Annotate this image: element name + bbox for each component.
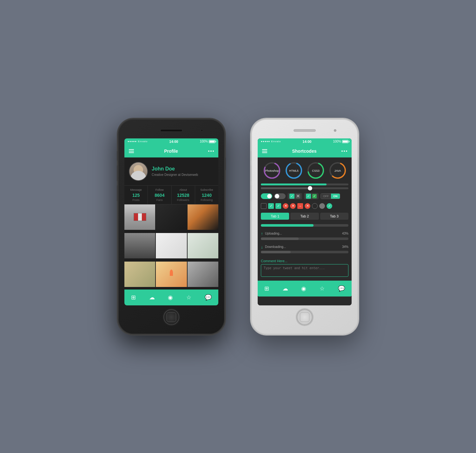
vol-down-button-right bbox=[250, 185, 251, 201]
checkbox-minus[interactable]: − bbox=[297, 203, 303, 209]
checkbox-x-circle-3[interactable]: ✕ bbox=[305, 203, 310, 209]
upload-label: Uploading... bbox=[265, 232, 282, 235]
radio-gray[interactable] bbox=[319, 203, 325, 209]
checkbox-checked-1[interactable]: ✓ bbox=[268, 203, 274, 209]
photo-cell-7[interactable] bbox=[124, 262, 155, 287]
profile-first-name: John bbox=[152, 166, 165, 171]
phone-black: ●●●●● Envato 14:00 100% Profile bbox=[117, 118, 225, 335]
nav-star-icon[interactable]: ☆ bbox=[186, 294, 191, 301]
speaker bbox=[160, 129, 182, 132]
stat-message[interactable]: Message 125 Posts bbox=[124, 186, 148, 204]
checkbox-empty[interactable] bbox=[261, 203, 267, 209]
stat-subscribe-sublabel: Following bbox=[201, 198, 213, 202]
photo-cell-1[interactable] bbox=[124, 204, 155, 230]
photo-cell-8[interactable] bbox=[156, 262, 187, 287]
checkbox-green-1[interactable]: ✓ bbox=[289, 194, 294, 199]
circles-row: Photoshop HTML5 bbox=[261, 161, 348, 180]
on-button[interactable]: ON bbox=[331, 194, 340, 199]
slider-green[interactable] bbox=[261, 183, 348, 185]
nav-bar-left: Profile bbox=[124, 145, 218, 157]
battery-icon-right bbox=[342, 140, 348, 143]
stat-subscribe[interactable]: Subscribe 1240 Following bbox=[195, 186, 218, 204]
photo-cell-2[interactable] bbox=[156, 204, 187, 230]
profile-last-name: Doe bbox=[165, 166, 175, 171]
photo-cell-3[interactable] bbox=[188, 204, 218, 230]
nav-star-icon-right[interactable]: ☆ bbox=[320, 285, 325, 292]
off-button[interactable]: OFF bbox=[321, 194, 331, 199]
radio-empty[interactable] bbox=[312, 203, 318, 209]
bottom-nav-left: ⊞ ☁ ◉ ☆ 💬 bbox=[124, 290, 218, 305]
nav-news-icon[interactable]: ⊞ bbox=[131, 294, 136, 301]
sliders-section bbox=[261, 183, 348, 189]
nav-chat-icon-right[interactable]: 💬 bbox=[338, 285, 345, 292]
nav-cloud-icon[interactable]: ☁ bbox=[149, 294, 155, 301]
stats-row: Message 125 Posts Follow 8604 Fans About… bbox=[124, 185, 218, 204]
nav-title-left: Profile bbox=[164, 149, 178, 154]
photo-cell-9[interactable] bbox=[188, 262, 218, 287]
power-button-right bbox=[358, 157, 359, 170]
profile-header: John Doe Creative Designer at Deviserweb bbox=[124, 157, 218, 185]
svg-text:JAVA: JAVA bbox=[334, 169, 341, 172]
java-circle-svg: JAVA bbox=[328, 161, 347, 180]
tab-3[interactable]: Tab 3 bbox=[320, 213, 348, 220]
progress-bar-green bbox=[261, 224, 348, 229]
checkbox-green-2[interactable]: ✓ bbox=[306, 194, 311, 199]
checkbox-group-1: ✓ ✕ bbox=[288, 193, 302, 199]
more-options-icon-right[interactable] bbox=[341, 150, 347, 152]
photo-cell-5[interactable] bbox=[156, 233, 187, 258]
checkbox-checked-2[interactable]: ✓ bbox=[275, 203, 281, 209]
checkbox-x-circle-1[interactable]: ✕ bbox=[283, 203, 288, 209]
nav-camera-icon[interactable]: ◉ bbox=[168, 294, 173, 301]
stat-about-label: About bbox=[179, 188, 187, 191]
tab-2[interactable]: Tab 2 bbox=[290, 213, 319, 220]
status-bar-left: ●●●●● Envato 14:00 100% bbox=[124, 138, 218, 145]
tab-1[interactable]: Tab 1 bbox=[261, 213, 289, 220]
photo-cell-6[interactable] bbox=[188, 233, 218, 258]
upload-label-left: ↑ Uploading... bbox=[261, 231, 282, 236]
nav-news-icon-right[interactable]: ⊞ bbox=[264, 285, 269, 292]
home-button-inner-right bbox=[300, 312, 309, 322]
toggle-off-1[interactable] bbox=[274, 193, 286, 199]
shortcodes-content: Photoshop HTML5 bbox=[258, 157, 352, 305]
checkbox-x-1[interactable]: ✕ bbox=[296, 194, 300, 198]
svg-text:HTML5: HTML5 bbox=[289, 169, 299, 172]
nav-camera-icon-right[interactable]: ◉ bbox=[301, 285, 306, 292]
on-off-toggle[interactable]: OFF ON bbox=[321, 193, 340, 199]
phone-white: ●●●●● Envato 14:00 100% Shortcodes bbox=[251, 118, 359, 335]
download-label-row: ↓ Downloading... 34% bbox=[261, 244, 348, 250]
comment-input[interactable] bbox=[261, 264, 348, 277]
profile-content: John Doe Creative Designer at Deviserweb… bbox=[124, 157, 218, 305]
download-label: Downloading... bbox=[265, 245, 286, 249]
circle-java: JAVA bbox=[328, 161, 347, 180]
home-button-left[interactable] bbox=[163, 309, 179, 325]
circle-photoshop: Photoshop bbox=[263, 161, 281, 180]
stat-message-sublabel: Posts bbox=[132, 198, 140, 202]
progress-fill-green bbox=[261, 224, 314, 227]
home-button-right[interactable] bbox=[297, 309, 313, 325]
toggle-on-1[interactable] bbox=[261, 193, 272, 199]
phone-bottom-left bbox=[163, 309, 179, 325]
photo-cell-4[interactable] bbox=[124, 233, 155, 258]
hamburger-menu-icon[interactable] bbox=[129, 149, 134, 153]
more-options-icon[interactable] bbox=[208, 150, 214, 152]
volume-down-button bbox=[117, 185, 118, 201]
checkbox-x-circle-2[interactable]: ✕ bbox=[290, 203, 296, 209]
stat-follow[interactable]: Follow 8604 Fans bbox=[148, 186, 171, 204]
download-percent: 34% bbox=[342, 245, 348, 249]
nav-chat-icon[interactable]: 💬 bbox=[205, 294, 212, 301]
stat-about[interactable]: About 12528 Followers bbox=[172, 186, 195, 204]
checkbox-group-2: ✓ ✓ bbox=[304, 193, 319, 199]
checkboxes-row: ✓ ✓ ✕ ✕ − ✕ ✓ bbox=[261, 203, 348, 209]
status-bar-right: ●●●●● Envato 14:00 100% bbox=[258, 138, 352, 145]
slider-gray[interactable] bbox=[261, 187, 348, 189]
radio-green[interactable]: ✓ bbox=[327, 203, 332, 209]
upload-track bbox=[261, 237, 348, 240]
css3-circle-svg: CSS3 bbox=[307, 161, 325, 180]
checkbox-green-3[interactable]: ✓ bbox=[312, 194, 317, 198]
download-fill bbox=[261, 251, 291, 253]
toggle-thumb-2 bbox=[275, 194, 279, 198]
nav-cloud-icon-right[interactable]: ☁ bbox=[282, 285, 288, 292]
face-body bbox=[130, 171, 146, 180]
slider-thumb[interactable] bbox=[308, 186, 312, 190]
hamburger-menu-icon-right[interactable] bbox=[262, 149, 267, 153]
